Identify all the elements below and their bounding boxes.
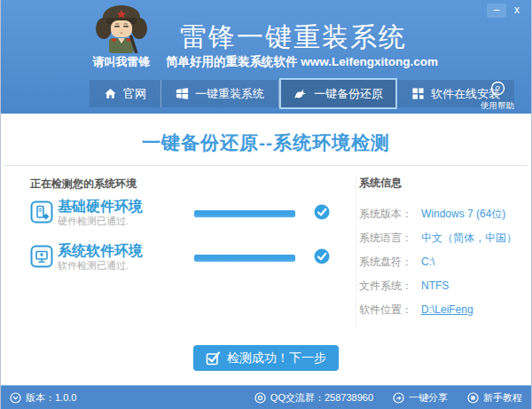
next-step-label: 检测成功！下一步	[227, 350, 326, 366]
tab-official-site[interactable]: 官网	[90, 80, 161, 107]
mascot-leifeng-avatar	[89, 3, 154, 53]
check-circle-icon	[314, 204, 330, 220]
system-info-row: 系统版本： Windows 7 (64位)	[359, 208, 524, 220]
system-info-row: 系统语言： 中文（简体，中国）	[359, 232, 524, 244]
detection-item-title: 系统软件环境	[58, 243, 143, 259]
share-label: 一键分享	[409, 391, 448, 405]
tutorial-icon	[467, 392, 479, 404]
info-label: 软件位置：	[359, 304, 421, 316]
info-label: 系统语言：	[359, 232, 421, 244]
progress-bar	[194, 255, 295, 262]
bird-icon	[293, 87, 308, 101]
help-button[interactable]: ? 使用帮助	[473, 81, 522, 112]
qq-icon	[254, 392, 266, 404]
help-label: 使用帮助	[473, 100, 522, 112]
info-value-language: 中文（简体，中国）	[421, 232, 517, 244]
tab-label: 一键备份还原	[314, 86, 383, 102]
detection-item-software: 系统软件环境 软件检测已通过.	[30, 243, 336, 275]
apps-icon	[411, 87, 425, 100]
detection-heading: 正在检测您的系统环境	[30, 177, 137, 192]
info-value-os-version: Windows 7 (64位)	[421, 208, 505, 220]
main-content: 一键备份还原--系统环境检测 正在检测您的系统环境 基础硬件环境 硬件检测已通过…	[1, 114, 531, 385]
software-location-link[interactable]: D:\LeiFeng	[421, 304, 473, 316]
windows-icon	[176, 87, 189, 100]
detection-item-status: 软件检测已通过.	[58, 259, 143, 272]
mascot-caption: 请叫我雷锋	[82, 54, 160, 70]
version-icon	[10, 392, 21, 404]
qq-group[interactable]: QQ交流群：258738960	[254, 391, 373, 405]
divider	[4, 165, 528, 166]
app-title: 雷锋一键重装系统	[160, 20, 426, 56]
detection-item-status: 硬件检测已通过.	[58, 215, 143, 228]
detection-item-title: 基础硬件环境	[58, 199, 143, 215]
tab-label: 官网	[123, 86, 146, 102]
tab-label: 一键重装系统	[195, 86, 264, 102]
tab-backup-restore[interactable]: 一键备份还原	[279, 78, 397, 109]
app-subtitle: 简单好用的重装系统软件 www.Leifengxitong.com	[166, 54, 438, 70]
system-info-row: 系统盘符： C:\	[359, 256, 524, 268]
checkbox-icon	[206, 350, 221, 366]
tab-reinstall-system[interactable]: 一键重装系统	[161, 80, 279, 107]
footer: 版本：1.0.0 QQ交流群：258738960 一键分享 新手教程	[1, 385, 531, 409]
info-label: 系统版本：	[359, 208, 421, 220]
system-info-panel: 系统信息 系统版本： Windows 7 (64位) 系统语言： 中文（简体，中…	[356, 176, 524, 328]
question-icon: ?	[490, 81, 505, 96]
info-value-system-drive: C:\	[421, 256, 434, 268]
qq-group-label: QQ交流群：258738960	[270, 391, 373, 405]
close-button[interactable]: x	[507, 4, 527, 18]
detection-item-hardware: 基础硬件环境 硬件检测已通过.	[30, 199, 336, 231]
header: – x 雷锋一键重装系统 请叫我雷锋 简单好用的重装系统软件 www.Leife…	[1, 0, 531, 114]
tutorial-label: 新手教程	[483, 391, 522, 405]
app-window: – x 雷锋一键重装系统 请叫我雷锋 简单好用的重装系统软件 www.Leife…	[0, 0, 532, 409]
info-value-filesystem: NTFS	[421, 280, 449, 292]
hardware-icon	[30, 201, 53, 224]
svg-text:?: ?	[495, 83, 499, 93]
next-step-button[interactable]: 检测成功！下一步	[193, 345, 339, 371]
software-icon	[30, 245, 53, 268]
tutorial-button[interactable]: 新手教程	[467, 391, 522, 405]
version-info: 版本：1.0.0	[10, 391, 76, 405]
home-icon	[104, 87, 117, 100]
check-circle-icon	[314, 248, 330, 264]
system-info-heading: 系统信息	[359, 176, 524, 191]
info-label: 系统盘符：	[359, 256, 421, 268]
system-info-row: 文件系统： NTFS	[359, 280, 524, 292]
version-label: 版本：1.0.0	[26, 391, 76, 405]
info-label: 文件系统：	[359, 280, 421, 292]
share-button[interactable]: 一键分享	[393, 391, 448, 405]
share-icon	[393, 392, 404, 404]
nav-bar: 官网 一键重装系统 一键备份还原 软件在线安装	[90, 80, 514, 107]
minimize-button[interactable]: –	[487, 4, 506, 18]
page-title: 一键备份还原--系统环境检测	[1, 130, 531, 155]
system-info-row: 软件位置： D:\LeiFeng	[359, 304, 524, 316]
progress-bar	[194, 210, 295, 217]
